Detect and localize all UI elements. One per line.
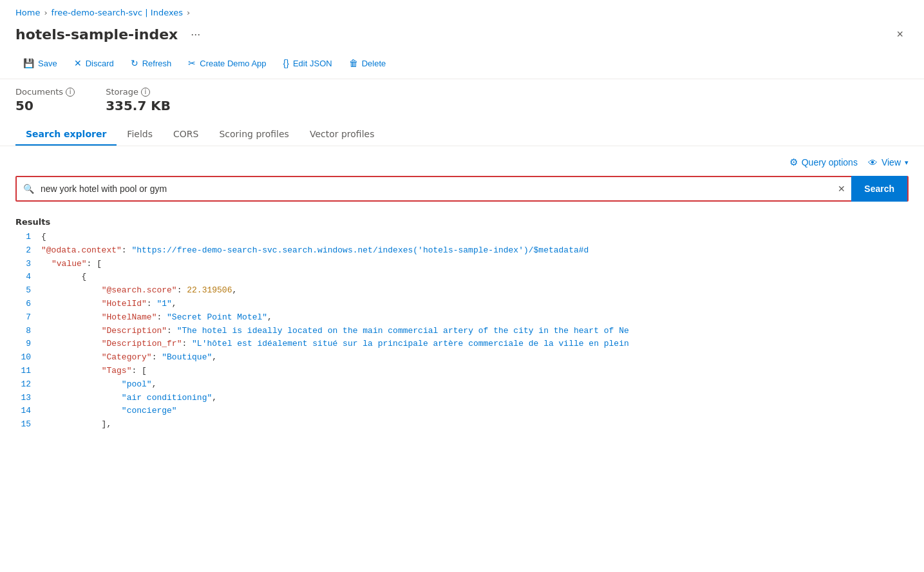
code-line-1: 1 { bbox=[15, 231, 909, 244]
page-title: hotels-sample-index bbox=[15, 26, 178, 43]
code-line-4: 4 { bbox=[15, 271, 909, 284]
edit-json-button[interactable]: {} Edit JSON bbox=[276, 54, 340, 72]
code-line-6: 6 "HotelId": "1", bbox=[15, 298, 909, 311]
code-line-11: 11 "Tags": [ bbox=[15, 365, 909, 378]
tab-vector-profiles[interactable]: Vector profiles bbox=[299, 124, 385, 146]
tabs: Search explorer Fields CORS Scoring prof… bbox=[0, 119, 924, 146]
refresh-button[interactable]: ↻ Refresh bbox=[123, 54, 180, 72]
refresh-icon: ↻ bbox=[131, 58, 138, 68]
toolbar: 💾 Save ✕ Discard ↻ Refresh ✂ Create Demo… bbox=[0, 49, 924, 79]
code-line-14: 14 "concierge" bbox=[15, 405, 909, 418]
more-options-button[interactable]: ··· bbox=[185, 25, 205, 44]
code-line-3: 3 "value": [ bbox=[15, 258, 909, 271]
storage-info-icon[interactable]: i bbox=[141, 88, 150, 97]
stats-section: Documents i 50 Storage i 335.7 KB bbox=[0, 79, 924, 119]
tab-cors[interactable]: CORS bbox=[163, 124, 209, 146]
create-demo-button[interactable]: ✂ Create Demo App bbox=[180, 54, 274, 72]
delete-button[interactable]: 🗑 Delete bbox=[341, 54, 394, 72]
code-line-2: 2 "@odata.context": "https://free-demo-s… bbox=[15, 244, 909, 258]
code-line-10: 10 "Category": "Boutique", bbox=[15, 351, 909, 365]
tab-scoring-profiles[interactable]: Scoring profiles bbox=[209, 124, 299, 146]
discard-button[interactable]: ✕ Discard bbox=[66, 54, 122, 72]
documents-value: 50 bbox=[15, 98, 75, 113]
code-line-7: 7 "HotelName": "Secret Point Motel", bbox=[15, 311, 909, 325]
results-label: Results bbox=[0, 212, 924, 231]
close-button[interactable]: × bbox=[891, 25, 909, 44]
search-clear-button[interactable]: ✕ bbox=[831, 184, 852, 194]
code-line-15: 15 ], bbox=[15, 418, 909, 432]
breadcrumb: Home › free-demo-search-svc | Indexes › bbox=[0, 0, 924, 23]
documents-info-icon[interactable]: i bbox=[66, 88, 75, 97]
code-line-5: 5 "@search.score": 22.319506, bbox=[15, 284, 909, 298]
search-input[interactable] bbox=[41, 184, 831, 194]
save-icon: 💾 bbox=[23, 58, 34, 68]
view-icon: 👁 bbox=[868, 157, 878, 168]
code-line-13: 13 "air conditioning", bbox=[15, 392, 909, 405]
search-button[interactable]: Search bbox=[851, 176, 907, 202]
gear-icon: ⚙ bbox=[789, 157, 798, 168]
delete-icon: 🗑 bbox=[349, 58, 358, 68]
code-line-8: 8 "Description": "The hotel is ideally l… bbox=[15, 325, 909, 338]
search-area: ⚙ Query options 👁 View ▾ 🔍 ✕ Search bbox=[0, 146, 924, 212]
chevron-down-icon: ▾ bbox=[905, 158, 909, 167]
create-demo-icon: ✂ bbox=[188, 58, 196, 68]
page-header: hotels-sample-index ··· × bbox=[0, 23, 924, 49]
main-content: ⚙ Query options 👁 View ▾ 🔍 ✕ Search Resu… bbox=[0, 146, 924, 432]
storage-stat: Storage i 335.7 KB bbox=[106, 87, 171, 113]
save-button[interactable]: 💾 Save bbox=[15, 54, 65, 72]
code-line-9: 9 "Description_fr": "L'hôtel est idéalem… bbox=[15, 338, 909, 351]
code-line-12: 12 "pool", bbox=[15, 378, 909, 392]
code-results: 1 { 2 "@odata.context": "https://free-de… bbox=[0, 231, 924, 432]
tab-search-explorer[interactable]: Search explorer bbox=[15, 124, 117, 146]
search-magnifier-icon: 🔍 bbox=[17, 184, 41, 194]
edit-json-icon: {} bbox=[283, 58, 289, 68]
storage-value: 335.7 KB bbox=[106, 98, 171, 113]
discard-icon: ✕ bbox=[74, 58, 82, 68]
documents-stat: Documents i 50 bbox=[15, 87, 75, 113]
breadcrumb-home[interactable]: Home bbox=[15, 8, 40, 17]
query-options-button[interactable]: ⚙ Query options bbox=[789, 157, 858, 168]
query-options-bar: ⚙ Query options 👁 View ▾ bbox=[15, 157, 909, 168]
search-box-wrapper: 🔍 ✕ Search bbox=[15, 176, 909, 202]
tab-fields[interactable]: Fields bbox=[117, 124, 163, 146]
view-button[interactable]: 👁 View ▾ bbox=[868, 157, 909, 168]
breadcrumb-indexes[interactable]: free-demo-search-svc | Indexes bbox=[52, 8, 183, 17]
